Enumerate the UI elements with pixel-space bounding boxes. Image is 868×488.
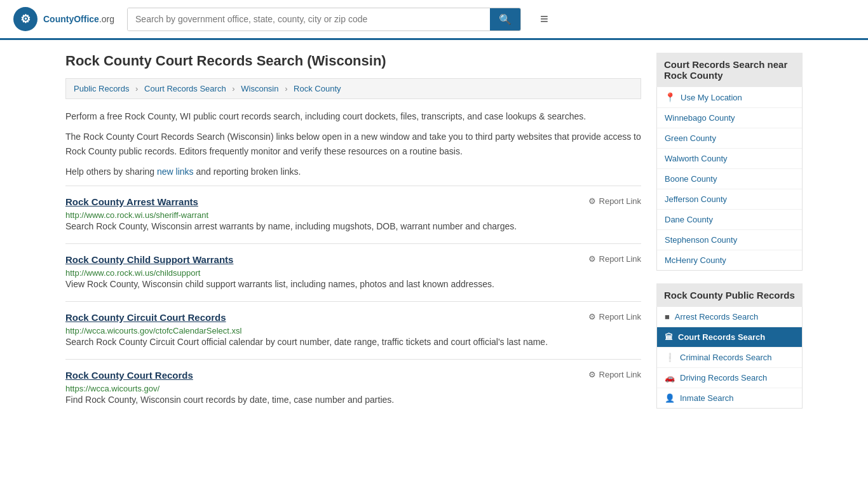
- sidebar-item-jefferson[interactable]: Jefferson County: [657, 189, 802, 209]
- content-area: Rock County Court Records Search (Wiscon…: [65, 53, 641, 421]
- public-records-list: ■ Arrest Records Search 🏛 Court Records …: [656, 307, 803, 409]
- court-records-icon: 🏛: [665, 332, 673, 342]
- sidebar-item-label: Arrest Records Search: [675, 312, 759, 322]
- menu-button[interactable]: ≡: [540, 11, 548, 27]
- driving-records-icon: 🚗: [665, 373, 675, 383]
- sidebar-item-label: Driving Records Search: [680, 373, 767, 383]
- report-icon: ⚙: [588, 312, 596, 322]
- sidebar-item-winnebago[interactable]: Winnebago County: [657, 108, 802, 128]
- sidebar: Court Records Search near Rock County 📍 …: [656, 53, 803, 421]
- site-logo[interactable]: ⚙ CountyOffice.org: [13, 6, 114, 32]
- logo-icon: ⚙: [13, 6, 38, 32]
- search-button[interactable]: 🔍: [490, 8, 520, 30]
- sidebar-item-label: Stephenson County: [665, 235, 737, 245]
- list-item: Stephenson County: [657, 230, 802, 250]
- sidebar-item-label: Walworth County: [665, 154, 728, 163]
- result-url[interactable]: https://wcca.wicourts.gov/: [65, 384, 159, 393]
- result-title[interactable]: Rock County Court Records: [65, 370, 193, 381]
- sidebar-item-inmate-search[interactable]: 👤 Inmate Search: [657, 388, 802, 408]
- breadcrumb-public-records[interactable]: Public Records: [74, 84, 129, 93]
- sidebar-item-criminal-records[interactable]: ❕ Criminal Records Search: [657, 348, 802, 367]
- breadcrumb: Public Records › Court Records Search › …: [65, 78, 641, 99]
- sidebar-item-label: McHenry County: [665, 255, 726, 265]
- sidebar-item-label: Jefferson County: [665, 194, 727, 204]
- nearby-section-title: Court Records Search near Rock County: [656, 53, 803, 87]
- list-item: 👤 Inmate Search: [657, 388, 802, 408]
- breadcrumb-court-records[interactable]: Court Records Search: [144, 84, 226, 93]
- report-link[interactable]: ⚙ Report Link: [588, 370, 641, 379]
- search-bar: 🔍: [127, 8, 521, 31]
- breadcrumb-rock-county[interactable]: Rock County: [294, 84, 341, 93]
- result-item: Rock County Court Records ⚙ Report Link …: [65, 359, 641, 417]
- sidebar-item-use-my-location[interactable]: 📍 Use My Location: [657, 87, 802, 107]
- search-input[interactable]: [128, 8, 490, 30]
- sidebar-item-mchenry[interactable]: McHenry County: [657, 250, 802, 270]
- sidebar-item-stephenson[interactable]: Stephenson County: [657, 230, 802, 250]
- list-item: Green County: [657, 128, 802, 149]
- report-link[interactable]: ⚙ Report Link: [588, 312, 641, 322]
- report-link[interactable]: ⚙ Report Link: [588, 254, 641, 264]
- sidebar-item-arrest-records[interactable]: ■ Arrest Records Search: [657, 307, 802, 327]
- sidebar-item-label: Court Records Search: [678, 332, 765, 342]
- result-description: Search Rock County, Wisconsin arrest war…: [65, 220, 641, 233]
- report-icon: ⚙: [588, 196, 596, 206]
- list-item: ■ Arrest Records Search: [657, 307, 802, 327]
- breadcrumb-sep-2: ›: [232, 84, 234, 93]
- public-records-section: Rock County Public Records ■ Arrest Reco…: [656, 283, 803, 409]
- sidebar-item-green[interactable]: Green County: [657, 128, 802, 148]
- sidebar-item-label: Inmate Search: [680, 393, 734, 403]
- description-2: The Rock County Court Records Search (Wi…: [65, 130, 641, 158]
- result-url[interactable]: http://wcca.wicourts.gov/ctofcCalendarSe…: [65, 326, 241, 336]
- sidebar-item-boone[interactable]: Boone County: [657, 169, 802, 189]
- nearby-section: Court Records Search near Rock County 📍 …: [656, 53, 803, 271]
- list-item: McHenry County: [657, 250, 802, 270]
- list-item: Dane County: [657, 210, 802, 230]
- list-item: 📍 Use My Location: [657, 87, 802, 108]
- result-description: Find Rock County, Wisconsin court record…: [65, 393, 641, 407]
- sidebar-item-dane[interactable]: Dane County: [657, 210, 802, 229]
- report-icon: ⚙: [588, 370, 596, 379]
- new-links-link[interactable]: new links: [157, 166, 194, 177]
- arrest-records-icon: ■: [665, 312, 670, 322]
- page-title: Rock County Court Records Search (Wiscon…: [65, 53, 641, 69]
- breadcrumb-sep-1: ›: [135, 84, 138, 93]
- sidebar-item-driving-records[interactable]: 🚗 Driving Records Search: [657, 368, 802, 388]
- description-1: Perform a free Rock County, WI public co…: [65, 109, 641, 123]
- sidebar-item-label: Winnebago County: [665, 113, 735, 123]
- report-link[interactable]: ⚙ Report Link: [588, 196, 641, 206]
- description-3: Help others by sharing new links and rep…: [65, 165, 641, 179]
- location-icon: 📍: [665, 92, 675, 102]
- list-item: ❕ Criminal Records Search: [657, 348, 802, 368]
- sidebar-item-label: Dane County: [665, 215, 713, 224]
- list-item: 🚗 Driving Records Search: [657, 368, 802, 388]
- result-title[interactable]: Rock County Child Support Warrants: [65, 254, 233, 265]
- sidebar-item-label: Criminal Records Search: [680, 353, 772, 362]
- main-container: Rock County Court Records Search (Wiscon…: [53, 40, 815, 434]
- result-title[interactable]: Rock County Arrest Warrants: [65, 196, 198, 207]
- svg-text:⚙: ⚙: [20, 13, 31, 25]
- result-url[interactable]: http://www.co.rock.wi.us/sheriff-warrant: [65, 210, 208, 220]
- logo-text: CountyOffice.org: [43, 14, 114, 24]
- breadcrumb-wisconsin[interactable]: Wisconsin: [241, 84, 278, 93]
- result-url[interactable]: http://www.co.rock.wi.us/childsupport: [65, 268, 200, 278]
- result-description: View Rock County, Wisconsin child suppor…: [65, 278, 641, 291]
- sidebar-item-label: Use My Location: [681, 93, 742, 102]
- result-item: Rock County Arrest Warrants ⚙ Report Lin…: [65, 186, 641, 243]
- result-title[interactable]: Rock County Circuit Court Records: [65, 312, 226, 323]
- site-header: ⚙ CountyOffice.org 🔍 ≡: [0, 0, 868, 40]
- public-records-section-title: Rock County Public Records: [656, 283, 803, 307]
- result-item: Rock County Child Support Warrants ⚙ Rep…: [65, 243, 641, 301]
- inmate-search-icon: 👤: [665, 393, 675, 403]
- sidebar-item-label: Green County: [665, 133, 716, 143]
- sidebar-item-walworth[interactable]: Walworth County: [657, 149, 802, 168]
- criminal-records-icon: ❕: [665, 353, 675, 362]
- nearby-list: 📍 Use My Location Winnebago County Green…: [656, 87, 803, 271]
- sidebar-item-label: Boone County: [665, 174, 717, 184]
- result-item: Rock County Circuit Court Records ⚙ Repo…: [65, 301, 641, 359]
- list-item: Walworth County: [657, 149, 802, 169]
- sidebar-item-court-records[interactable]: 🏛 Court Records Search: [657, 327, 802, 347]
- list-item: Boone County: [657, 169, 802, 189]
- list-item: 🏛 Court Records Search: [657, 327, 802, 348]
- breadcrumb-sep-3: ›: [285, 84, 287, 93]
- list-item: Jefferson County: [657, 189, 802, 210]
